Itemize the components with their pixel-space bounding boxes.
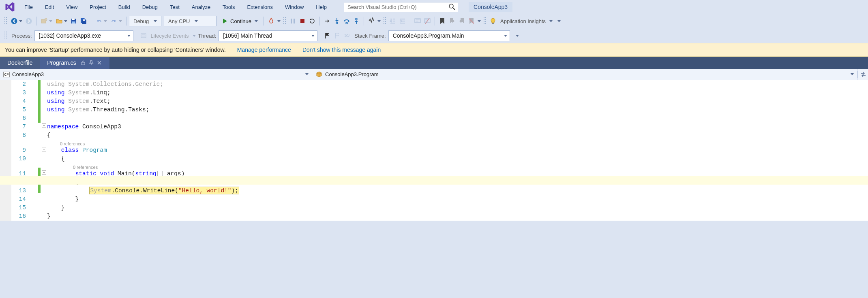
toolbar-grip[interactable] — [383, 17, 386, 26]
tab-program-cs[interactable]: Program.cs — [40, 57, 109, 69]
thread-flag-button[interactable] — [323, 30, 332, 41]
line-number: 13 — [11, 187, 26, 195]
restart-button[interactable] — [307, 16, 317, 26]
code-line — [47, 114, 868, 123]
svg-point-3 — [26, 18, 32, 24]
fold-toggle-icon[interactable] — [42, 123, 46, 128]
bookmark-next-button[interactable] — [457, 16, 467, 26]
menu-window[interactable]: Window — [279, 2, 309, 13]
search-icon[interactable] — [448, 3, 456, 11]
code-line: using System.Text; — [47, 97, 868, 106]
svg-text:✚: ✚ — [45, 18, 47, 21]
undo-button[interactable] — [94, 16, 109, 26]
codelens-references[interactable]: 0 references — [47, 140, 868, 146]
fold-toggle-icon[interactable] — [42, 170, 46, 175]
continue-label: Continue — [230, 18, 251, 24]
process-combo[interactable]: [1032] ConsoleApp3.exe — [34, 30, 133, 41]
line-number: 9 — [11, 146, 26, 155]
split-view-button[interactable] — [857, 71, 868, 78]
code-line: class Program — [47, 146, 868, 155]
line-number: 7 — [11, 123, 26, 131]
search-input[interactable] — [344, 2, 458, 12]
toolbar-grip[interactable] — [4, 31, 7, 40]
tab-label: Program.cs — [47, 60, 76, 66]
svg-rect-10 — [291, 19, 292, 23]
class-nav-combo[interactable]: ConsoleApp3.Program — [312, 69, 857, 80]
step-into-button[interactable] — [332, 16, 342, 26]
svg-rect-21 — [141, 34, 146, 38]
tab-dockerfile[interactable]: Dockerfile — [0, 57, 40, 69]
line-number: 16 — [11, 212, 26, 221]
step-over-button[interactable] — [342, 16, 351, 26]
process-label: Process: — [9, 33, 34, 39]
menu-tools[interactable]: Tools — [217, 2, 240, 13]
outlining-gutter[interactable] — [41, 80, 47, 221]
line-number: 8 — [11, 131, 26, 140]
toolbar-grip[interactable] — [4, 17, 7, 26]
menu-file[interactable]: File — [19, 2, 39, 13]
step-out-button[interactable] — [351, 16, 361, 26]
solution-platform-combo[interactable]: Any CPU — [164, 16, 216, 26]
bookmark-clear-button[interactable] — [467, 16, 476, 26]
menu-analyze[interactable]: Analyze — [186, 2, 216, 13]
lifecycle-events-combo[interactable]: Lifecycle Events — [148, 33, 191, 39]
fold-toggle-icon[interactable] — [42, 147, 46, 151]
code-line: } — [47, 212, 868, 221]
svg-rect-22 — [81, 62, 85, 65]
menu-test[interactable]: Test — [164, 2, 185, 13]
pin-icon[interactable] — [88, 60, 94, 66]
process-value: [1032] ConsoleApp3.exe — [39, 32, 101, 39]
nav-back-button[interactable] — [9, 16, 24, 26]
project-nav-combo[interactable]: C# ConsoleApp3 — [0, 69, 312, 80]
open-file-button[interactable] — [54, 16, 69, 26]
thread-combo[interactable]: [1056] Main Thread — [219, 30, 317, 41]
break-all-button[interactable] — [288, 16, 298, 26]
stack-frame-combo[interactable]: ConsoleApp3.Program.Main — [388, 30, 510, 41]
show-threads-button[interactable] — [342, 30, 352, 41]
dismiss-info-link[interactable]: Don't show this message again — [302, 47, 381, 53]
svg-rect-8 — [72, 21, 75, 23]
hot-reload-button[interactable] — [266, 16, 276, 26]
uncomment-button[interactable] — [422, 16, 432, 26]
solution-config-combo[interactable]: Debug — [129, 16, 161, 26]
close-icon[interactable] — [96, 60, 102, 66]
new-project-button[interactable]: ✚ — [39, 16, 54, 26]
manage-performance-link[interactable]: Manage performance — [237, 47, 291, 53]
thread-unflagged-button[interactable] — [332, 30, 342, 41]
bookmark-prev-button[interactable] — [447, 16, 457, 26]
code-text-area[interactable]: using System.Collections.Generic; using … — [47, 80, 868, 221]
menu-view[interactable]: View — [60, 2, 83, 13]
class-nav-value: ConsoleApp3.Program — [325, 71, 379, 77]
app-insights-label[interactable]: Application Insights — [498, 18, 548, 24]
menu-edit[interactable]: Edit — [39, 2, 60, 13]
code-editor[interactable]: 2 3 4 5 6 7 8 9 10 11 12 13 14 15 16 — [0, 80, 868, 221]
glyph-margin[interactable] — [0, 80, 11, 221]
menu-project[interactable]: Project — [84, 2, 111, 13]
menu-build[interactable]: Build — [113, 2, 136, 13]
codelens-references[interactable]: 0 references — [47, 163, 868, 170]
redo-button[interactable] — [109, 16, 124, 26]
indent-less-button[interactable] — [388, 16, 398, 26]
show-next-statement-button[interactable] — [322, 16, 332, 26]
toolbar-grip[interactable] — [483, 17, 487, 26]
comment-button[interactable] — [413, 16, 422, 26]
save-button[interactable] — [69, 16, 79, 26]
nav-forward-button[interactable] — [24, 16, 34, 26]
line-number: 4 — [11, 97, 26, 106]
code-nav-bar: C# ConsoleApp3 ConsoleApp3.Program — [0, 69, 868, 80]
bookmark-toggle-button[interactable] — [437, 16, 447, 26]
menu-extensions[interactable]: Extensions — [241, 2, 279, 13]
project-nav-value: ConsoleApp3 — [12, 71, 44, 77]
line-number: 14 — [11, 195, 26, 204]
svg-rect-7 — [72, 19, 75, 20]
menu-debug[interactable]: Debug — [137, 2, 163, 13]
stop-debugging-button[interactable] — [298, 16, 307, 26]
save-all-button[interactable] — [79, 16, 88, 26]
menu-help[interactable]: Help — [310, 2, 332, 13]
toolbar-grip[interactable] — [283, 17, 286, 26]
intellitrace-events-button[interactable] — [366, 16, 376, 26]
continue-button[interactable]: Continue — [220, 16, 261, 26]
performance-info-bar: You can improve 'Startup' performance by… — [0, 43, 868, 57]
standard-toolbar: ✚ Debug Any CPU Continue Application Ins… — [0, 14, 868, 28]
indent-more-button[interactable] — [398, 16, 407, 26]
